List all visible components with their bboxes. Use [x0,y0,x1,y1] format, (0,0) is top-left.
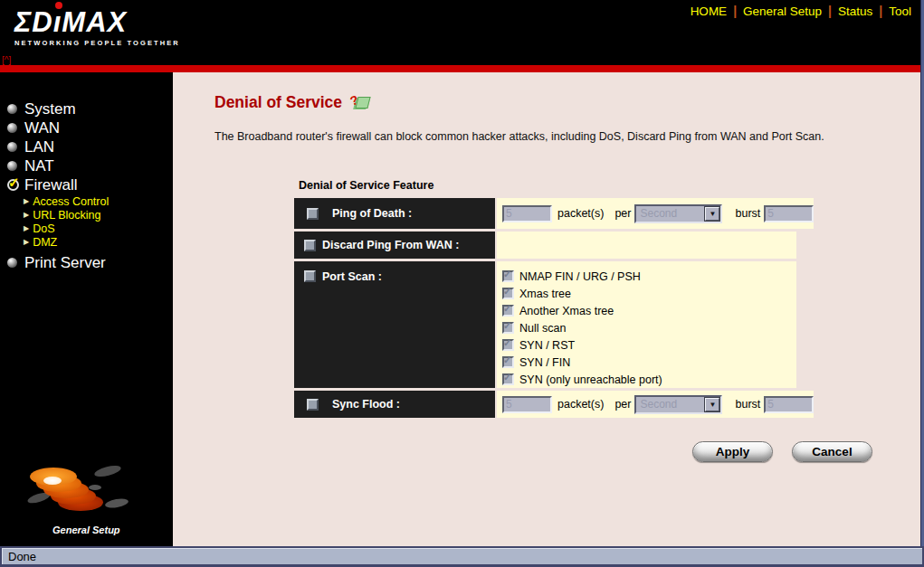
port-scan-checkbox[interactable] [304,270,316,282]
nav-tool-link[interactable]: Tool [889,5,911,18]
table-row-sync-flood: Sync Flood : packet(s) per Second ▼ burs… [294,391,796,418]
sidebar-item-access-control[interactable]: ▶ Access Control [0,194,173,208]
coil-shadow-icon [89,485,101,490]
header: ΣDıMAX NETWORKING PEOPLE TOGETHER HOME |… [0,0,924,65]
port-scan-option: SYN / RST [502,336,796,354]
coil-disc-icon [30,468,77,486]
another-xmas-tree-checkbox[interactable] [502,305,514,317]
syn-fin-checkbox[interactable] [502,356,514,368]
sidebar-item-print-server[interactable]: Print Server [0,253,173,272]
page-title: Denial of Service ? [214,93,924,112]
nav-home-link[interactable]: HOME [691,5,728,18]
packets-label: packet(s) [557,398,604,411]
sidebar-item-url-blocking[interactable]: ▶ URL Blocking [0,208,173,222]
button-row: Apply Cancel [173,441,924,462]
bullet-icon [7,123,17,133]
port-scan-option: SYN / FIN [502,354,796,371]
page-description: The Broadband router's firewall can bloc… [214,130,882,143]
triangle-icon: ▶ [24,238,29,246]
sidebar: System WAN LAN NAT Firewall ▶ Access Con… [0,72,173,546]
checkmark-icon [7,179,19,191]
bullet-icon [7,104,17,114]
port-scan-option: NMAP FIN / URG / PSH [502,268,796,285]
window-right-border [920,0,924,567]
ping-of-death-burst-input[interactable] [764,205,814,222]
coil-shadow-icon [93,464,122,479]
triangle-icon: ▶ [24,197,29,205]
discard-ping-checkbox[interactable] [304,240,316,251]
ping-of-death-interval-select[interactable]: Second ▼ [634,204,722,223]
ping-of-death-label: Ping of Death : [332,207,412,220]
sidebar-item-nat[interactable]: NAT [0,156,173,175]
null-scan-checkbox[interactable] [502,322,514,334]
ping-of-death-checkbox[interactable] [307,208,319,220]
nav-status-link[interactable]: Status [838,5,872,18]
table-row-ping-of-death: Ping of Death : packet(s) per Second ▼ b… [294,198,796,229]
nav-general-setup-link[interactable]: General Setup [743,5,822,18]
triangle-icon: ▶ [24,211,29,219]
red-divider-bar [0,65,924,72]
bullet-icon [7,161,17,171]
chevron-down-icon: ▼ [705,207,719,221]
corner-mark: [^] [2,55,11,65]
logo-wordmark: ΣDıMAX [14,8,180,36]
apply-button[interactable]: Apply [692,441,773,462]
browser-status-bar: Done [0,546,924,567]
burst-label: burst [735,207,760,220]
logo-tagline: NETWORKING PEOPLE TOGETHER [14,39,180,47]
port-scan-option: Null scan [502,319,796,336]
badge-label: General Setup [52,524,120,535]
syn-rst-checkbox[interactable] [502,339,514,351]
general-setup-badge: General Setup [25,463,148,534]
main-content: Denial of Service ? The Broadband router… [173,72,924,546]
dos-settings-table: Ping of Death : packet(s) per Second ▼ b… [294,198,796,418]
sidebar-item-wan[interactable]: WAN [0,118,173,137]
per-label: per [614,207,631,220]
sync-flood-interval-select[interactable]: Second ▼ [634,395,722,414]
nav-separator: | [733,4,737,18]
table-row-discard-ping: Discard Ping From WAN : [294,232,796,259]
sync-flood-packets-input[interactable] [502,396,552,413]
port-scan-option: Xmas tree [502,285,796,302]
triangle-icon: ▶ [24,224,29,232]
bullet-icon [7,258,17,268]
xmas-tree-checkbox[interactable] [502,288,514,299]
nav-separator: | [879,4,882,18]
status-text: Done [8,550,36,563]
port-scan-option: Another Xmas tree [502,302,796,319]
sync-flood-burst-input[interactable] [764,396,814,413]
logo-red-dot-icon [55,2,62,9]
sync-flood-checkbox[interactable] [307,399,319,411]
port-scan-label: Port Scan : [322,270,382,283]
nmap-fin-checkbox[interactable] [502,270,514,282]
coil-hole-icon [43,477,62,485]
syn-unreachable-checkbox[interactable] [502,373,514,385]
burst-label: burst [735,398,760,411]
sidebar-item-dos[interactable]: ▶ DoS [0,222,173,235]
ping-of-death-packets-input[interactable] [502,205,552,222]
port-scan-option: SYN (only unreachable port) [502,371,796,388]
top-nav: HOME | General Setup | Status | Tool [691,4,911,18]
sidebar-item-firewall[interactable]: Firewall [0,175,173,194]
sidebar-item-system[interactable]: System [0,99,173,118]
coil-shadow-icon [104,497,129,509]
table-row-port-scan: Port Scan : NMAP FIN / URG / PSH Xmas tr… [294,261,796,388]
sync-flood-label: Sync Flood : [332,398,400,411]
per-label: per [614,398,631,411]
sidebar-menu: System WAN LAN NAT Firewall ▶ Access Con… [0,72,173,272]
sidebar-item-lan[interactable]: LAN [0,137,173,156]
sidebar-item-dmz[interactable]: ▶ DMZ [0,235,173,249]
edimax-logo: ΣDıMAX NETWORKING PEOPLE TOGETHER [14,8,180,47]
packets-label: packet(s) [557,207,604,220]
cancel-button[interactable]: Cancel [792,441,872,462]
chevron-down-icon: ▼ [705,398,719,411]
discard-ping-label: Discard Ping From WAN : [322,239,459,251]
bullet-icon [7,142,17,152]
nav-separator: | [828,4,832,18]
help-icon[interactable]: ? [350,95,370,110]
feature-table-header: Denial of Service Feature [299,179,924,192]
